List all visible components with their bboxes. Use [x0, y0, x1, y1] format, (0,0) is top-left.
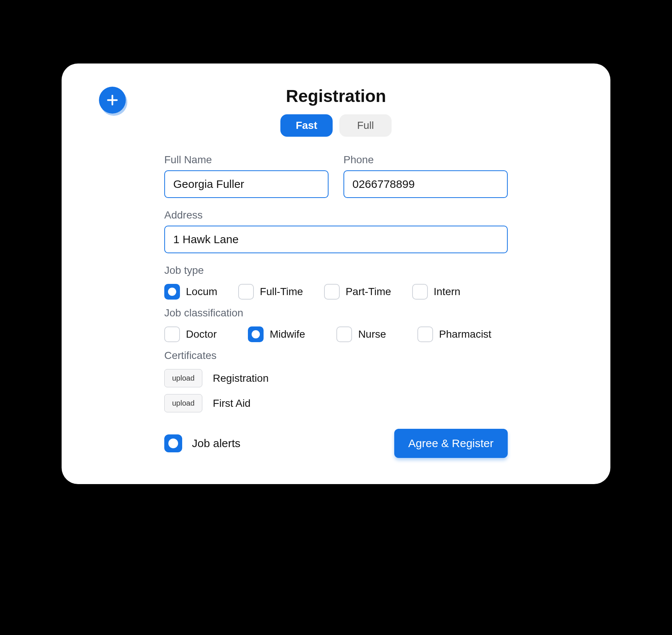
upload-firstaid-button[interactable]: upload — [164, 394, 202, 412]
job-class-doctor-checkbox[interactable] — [164, 326, 180, 342]
full-name-label: Full Name — [164, 154, 329, 166]
job-class-pharmacist-checkbox[interactable] — [417, 326, 433, 342]
job-classification-label: Job classification — [164, 307, 508, 319]
job-type-parttime-label: Part-Time — [346, 286, 391, 298]
certificate-firstaid-label: First Aid — [213, 397, 251, 409]
registration-card: Registration Fast Full Full Name Phone A… — [62, 64, 610, 484]
tab-fast[interactable]: Fast — [280, 114, 333, 137]
job-type-locum-label: Locum — [186, 286, 217, 298]
job-type-locum-checkbox[interactable] — [164, 284, 180, 300]
phone-input[interactable] — [343, 170, 508, 198]
registration-mode-tabs: Fast Full — [91, 114, 581, 137]
full-name-input[interactable] — [164, 170, 329, 198]
job-type-label: Job type — [164, 264, 508, 276]
job-class-doctor-label: Doctor — [186, 328, 217, 340]
tab-full[interactable]: Full — [339, 114, 392, 137]
job-type-fulltime-checkbox[interactable] — [238, 284, 254, 300]
page-title: Registration — [91, 86, 581, 106]
certificate-registration-label: Registration — [213, 372, 268, 384]
registration-form: Full Name Phone Address Job type Locum F… — [164, 154, 508, 458]
job-alerts-checkbox[interactable] — [164, 434, 182, 452]
job-class-pharmacist-label: Pharmacist — [439, 328, 491, 340]
job-class-midwife-checkbox[interactable] — [248, 326, 264, 342]
upload-registration-button[interactable]: upload — [164, 369, 202, 387]
job-type-intern-label: Intern — [434, 286, 461, 298]
job-alerts-label: Job alerts — [192, 437, 240, 450]
agree-register-button[interactable]: Agree & Register — [394, 429, 508, 458]
certificates-label: Certificates — [164, 350, 508, 362]
job-class-nurse-label: Nurse — [358, 328, 386, 340]
job-class-midwife-label: Midwife — [270, 328, 305, 340]
add-button[interactable] — [99, 87, 126, 114]
job-class-nurse-checkbox[interactable] — [336, 326, 352, 342]
address-input[interactable] — [164, 226, 508, 253]
job-type-intern-checkbox[interactable] — [412, 284, 428, 300]
phone-label: Phone — [343, 154, 508, 166]
job-type-fulltime-label: Full-Time — [260, 286, 303, 298]
job-type-parttime-checkbox[interactable] — [324, 284, 340, 300]
plus-icon — [106, 93, 119, 107]
address-label: Address — [164, 209, 508, 221]
